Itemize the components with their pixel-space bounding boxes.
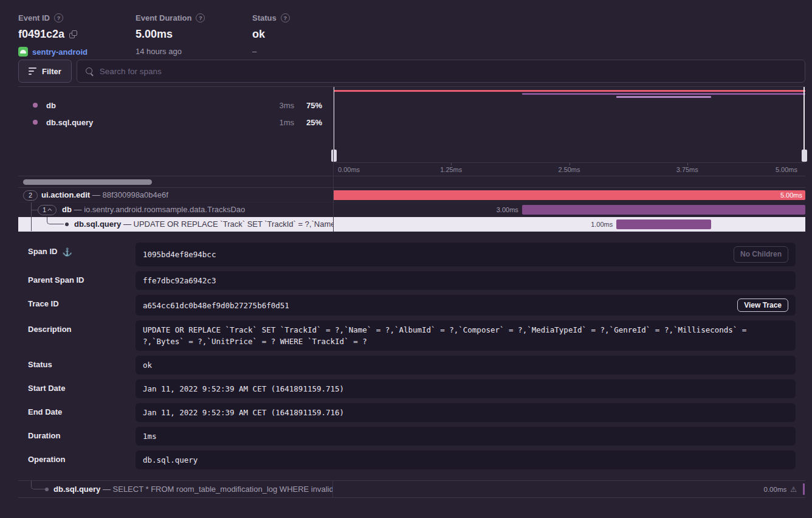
ops-breakdown: db 3ms 75% db.sql.query 1ms 25%	[18, 87, 333, 176]
span-search[interactable]	[77, 60, 805, 83]
event-duration-block: Event Duration ? 5.00ms 14 hours ago	[136, 13, 252, 60]
span-row-db-sql-query-select[interactable]: db.sql.query — SELECT * FROM room_table_…	[18, 480, 805, 498]
span-op: ui.action.edit	[41, 190, 90, 199]
op-color-dot	[33, 120, 38, 125]
anchor-icon[interactable]: ⚓	[62, 247, 72, 257]
minimap-span-line	[333, 90, 805, 92]
status-value: ok	[252, 28, 265, 41]
page: Event ID ? f0491c2a sentry-android Event…	[18, 0, 805, 498]
children-count-badge[interactable]: 2	[23, 190, 38, 201]
duration-value: 1ms	[143, 430, 788, 442]
filter-icon	[29, 67, 36, 75]
status-sub: –	[252, 47, 256, 56]
help-icon[interactable]: ?	[196, 13, 205, 22]
help-icon[interactable]: ?	[281, 13, 290, 22]
help-icon[interactable]: ?	[54, 13, 63, 22]
status-detail-value: ok	[143, 359, 788, 371]
event-age: 14 hours ago	[136, 47, 182, 56]
detail-label: Start Date	[28, 384, 65, 393]
axis-tick: 1.25ms	[440, 166, 462, 173]
event-id-value: f0491c2a	[18, 28, 64, 41]
children-count-badge[interactable]: 1	[38, 205, 57, 215]
start-date-value-box: Jan 11, 2022 9:52:39 AM CET (1641891159.…	[136, 379, 796, 398]
operation-value: db.sql.query	[143, 454, 788, 466]
tree-connector	[31, 210, 38, 210]
span-desc: io.sentry.android.roomsample.data.Tracks…	[84, 205, 245, 214]
op-duration: 3ms	[267, 101, 294, 110]
detail-label: Description	[28, 325, 72, 334]
android-project-icon	[18, 47, 28, 57]
op-name: db	[46, 101, 267, 110]
search-icon	[86, 67, 94, 75]
copy-icon[interactable]	[69, 30, 77, 38]
event-id-label: Event ID	[18, 13, 50, 22]
parent-span-id-value: ffe7dbc92a6942c3	[143, 275, 788, 286]
tree-guide-line	[31, 217, 32, 231]
timeline-axis: 0.00ms 1.25ms 2.50ms 3.75ms 5.00ms	[333, 162, 805, 176]
span-bar[interactable]	[616, 219, 710, 229]
op-duration: 1ms	[267, 118, 294, 127]
search-input[interactable]	[100, 67, 796, 76]
status-label: Status	[252, 13, 277, 22]
span-desc: UPDATE OR REPLACE `Track` SET `TrackId` …	[134, 219, 333, 229]
ops-breakdown-row: db 3ms 75%	[18, 97, 333, 114]
span-row-ui-action-edit[interactable]: 2 ui.action.edit — 88f300998a0b4e6f 5.00…	[18, 188, 805, 202]
filter-button[interactable]: Filter	[18, 60, 72, 83]
filter-button-label: Filter	[42, 67, 61, 76]
span-op: db	[62, 205, 72, 214]
detail-label: End Date	[28, 407, 62, 416]
detail-label: Duration	[28, 431, 60, 440]
event-id-block: Event ID ? f0491c2a sentry-android	[18, 13, 136, 60]
tree-timeline-divider[interactable]	[333, 87, 334, 232]
op-color-dot	[33, 103, 38, 108]
op-name: db.sql.query	[46, 118, 267, 127]
ops-breakdown-row: db.sql.query 1ms 25%	[18, 114, 333, 131]
status-value-box: ok	[136, 356, 796, 375]
detail-label: Trace ID	[28, 299, 59, 308]
axis-tick: 3.75ms	[676, 166, 698, 173]
detail-label: Status	[28, 360, 52, 369]
span-bar[interactable]	[522, 205, 805, 215]
span-bar-duration: 5.00ms	[780, 192, 802, 199]
horizontal-scrollbar[interactable]	[18, 176, 805, 188]
end-date-value-box: Jan 11, 2022 9:52:39 AM CET (1641891159.…	[136, 403, 796, 422]
event-duration-value: 5.00ms	[136, 28, 173, 41]
trace-id-value-box: a654cc61dc0b48ef9d0b27275b6f0d51 View Tr…	[136, 295, 796, 316]
span-row-db-sql-query-selected[interactable]: db.sql.query — UPDATE OR REPLACE `Track`…	[18, 217, 805, 232]
span-bar-duration: 1.00ms	[591, 221, 613, 228]
span-node-dot	[65, 223, 69, 226]
axis-tick: 0.00ms	[338, 166, 360, 173]
span-bar-duration: 3.00ms	[497, 206, 518, 213]
span-desc: SELECT * FROM room_table_modification_lo…	[113, 485, 333, 494]
event-id-label-row: Event ID ?	[18, 13, 136, 22]
horizontal-scrollbar-thumb[interactable]	[23, 179, 152, 185]
duration-value-box: 1ms	[136, 427, 796, 446]
span-desc: 88f300998a0b4e6f	[102, 190, 168, 199]
span-bar-duration: 0.00ms	[764, 486, 787, 493]
trace-waterfall: db 3ms 75% db.sql.query 1ms 25%	[18, 86, 805, 232]
status-block: Status ? ok –	[252, 13, 374, 60]
zero-duration-bar	[803, 483, 805, 495]
span-bar[interactable]: 5.00ms	[333, 190, 805, 200]
chevron-up-icon	[47, 208, 52, 212]
trace-minimap[interactable]	[333, 87, 805, 162]
parent-span-id-value-box: ffe7dbc92a6942c3	[136, 271, 796, 290]
span-op: db.sql.query	[53, 485, 100, 494]
description-value: UPDATE OR REPLACE `Track` SET `TrackId` …	[143, 324, 788, 347]
tree-connector	[31, 481, 46, 489]
warning-icon: ⚠	[790, 485, 797, 494]
start-date-value: Jan 11, 2022 9:52:39 AM CET (1641891159.…	[143, 383, 788, 395]
operation-value-box: db.sql.query	[136, 451, 796, 469]
minimap-span-line	[522, 93, 805, 95]
detail-label: Operation	[28, 455, 65, 464]
detail-label: Span ID	[28, 247, 57, 256]
view-trace-button[interactable]: View Trace	[737, 299, 788, 312]
span-row-db[interactable]: 1 db — io.sentry.android.roomsample.data…	[18, 202, 805, 217]
event-header: Event ID ? f0491c2a sentry-android Event…	[18, 0, 805, 60]
op-percentage: 75%	[294, 101, 322, 110]
minimap-right-handle[interactable]	[803, 87, 805, 162]
project-link[interactable]: sentry-android	[32, 47, 88, 57]
trace-id-value: a654cc61dc0b48ef9d0b27275b6f0d51	[143, 300, 737, 311]
description-value-box: UPDATE OR REPLACE `Track` SET `TrackId` …	[136, 320, 796, 351]
axis-tick: 5.00ms	[776, 166, 797, 173]
